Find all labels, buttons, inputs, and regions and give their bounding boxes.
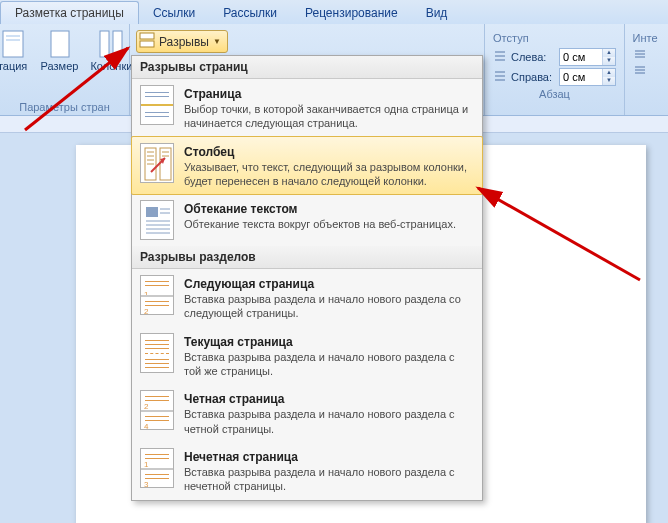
columns-label: Колонки [90,60,132,72]
break-page-desc: Выбор точки, в которой заканчивается одн… [184,102,474,131]
indent-title: Отступ [493,32,616,46]
size-icon [44,28,76,60]
tab-mailings[interactable]: Рассылки [209,2,291,24]
svg-rect-5 [113,31,122,57]
break-column-title: Столбец [184,145,474,159]
dropdown-section-page-breaks: Разрывы страниц [132,56,482,79]
section-break-continuous-title: Текущая страница [184,335,474,349]
size-button[interactable]: Размер [37,26,83,99]
break-text-wrapping-desc: Обтекание текста вокруг объектов на веб-… [184,217,474,231]
break-page-title: Страница [184,87,474,101]
indent-right-icon [493,70,507,84]
indent-left-label: Слева: [511,51,555,63]
spacing-title: Инте [633,32,658,46]
section-break-odd-page-title: Нечетная страница [184,450,474,464]
indent-left-icon [493,50,507,64]
group-paragraph-label: Абзац [489,86,620,102]
section-break-continuous-desc: Вставка разрыва раздела и начало нового … [184,350,474,379]
break-text-wrapping-title: Обтекание текстом [184,202,474,216]
orientation-button[interactable]: тация [0,26,33,99]
breaks-label: Разрывы [159,35,209,49]
section-break-even-page-title: Четная страница [184,392,474,406]
section-break-continuous-icon [140,333,174,373]
breaks-button[interactable]: Разрывы ▼ [136,30,228,53]
indent-right-input[interactable] [560,70,602,84]
size-label: Размер [41,60,79,72]
indent-left-input[interactable] [560,50,602,64]
columns-button[interactable]: Колонки [86,26,136,99]
section-break-next-page-desc: Вставка разрыва раздела и начало нового … [184,292,474,321]
indent-right-spinner[interactable]: ▲▼ [559,68,616,86]
break-text-wrapping[interactable]: Обтекание текстом Обтекание текста вокру… [132,194,482,246]
group-spacing: Инте [625,24,665,115]
break-column-desc: Указывает, что текст, следующий за разры… [184,160,474,189]
svg-rect-1 [6,35,20,37]
section-break-next-page-icon: 1 2 [140,275,174,315]
group-page-setup-label: Параметры стран [4,99,125,115]
section-break-odd-page[interactable]: 1 3 Нечетная страница Вставка разрыва ра… [132,442,482,500]
section-break-odd-page-icon: 1 3 [140,448,174,488]
section-break-next-page-title: Следующая страница [184,277,474,291]
svg-rect-11 [146,207,158,217]
tab-view[interactable]: Вид [412,2,462,24]
tab-page-layout[interactable]: Разметка страницы [0,1,139,24]
break-column-icon [140,143,174,183]
group-indent: Отступ Слева: ▲▼ Справа: ▲▼ Абзац [485,24,625,115]
indent-right-label: Справа: [511,71,555,83]
svg-rect-4 [100,31,109,57]
chevron-down-icon: ▼ [213,37,221,46]
section-break-odd-page-desc: Вставка разрыва раздела и начало нового … [184,465,474,494]
break-text-wrapping-icon [140,200,174,240]
dropdown-section-section-breaks: Разрывы разделов [132,246,482,269]
columns-icon [95,28,127,60]
section-break-continuous[interactable]: Текущая страница Вставка разрыва раздела… [132,327,482,385]
svg-rect-2 [6,39,20,41]
indent-left-spinner[interactable]: ▲▼ [559,48,616,66]
section-break-even-page-desc: Вставка разрыва раздела и начало нового … [184,407,474,436]
section-break-even-page-icon: 2 4 [140,390,174,430]
tab-review[interactable]: Рецензирование [291,2,412,24]
svg-rect-6 [140,33,154,39]
svg-rect-9 [160,148,171,180]
section-break-next-page[interactable]: 1 2 Следующая страница Вставка разрыва р… [132,269,482,327]
orientation-label: тация [0,60,27,72]
svg-rect-7 [140,41,154,47]
break-page-icon [140,85,174,125]
section-break-even-page[interactable]: 2 4 Четная страница Вставка разрыва разд… [132,384,482,442]
tab-links[interactable]: Ссылки [139,2,209,24]
svg-rect-0 [3,31,23,57]
break-column[interactable]: Столбец Указывает, что текст, следующий … [131,136,483,196]
break-page[interactable]: Страница Выбор точки, в которой заканчив… [132,79,482,137]
spinner-buttons[interactable]: ▲▼ [602,69,615,85]
spacing-before-icon [633,48,647,62]
orientation-icon [0,28,29,60]
svg-rect-3 [51,31,69,57]
breaks-icon [139,32,155,51]
spacing-after-icon [633,64,647,78]
group-page-setup: тация Размер Колонки Параметры стран [0,24,130,115]
breaks-dropdown: Разрывы страниц Страница Выбор точки, в … [131,55,483,501]
ribbon-tabs: Разметка страницы Ссылки Рассылки Реценз… [0,0,668,24]
spinner-buttons[interactable]: ▲▼ [602,49,615,65]
